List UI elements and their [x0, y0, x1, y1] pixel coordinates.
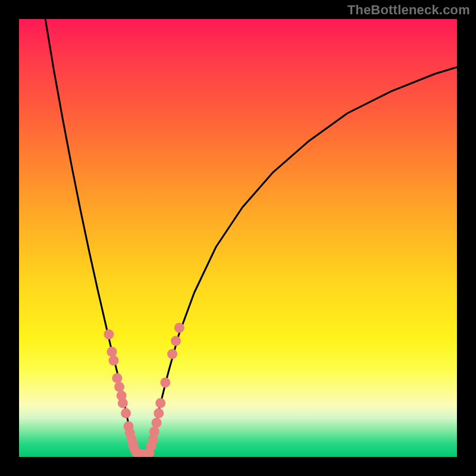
- curve-right-branch: [149, 67, 457, 455]
- data-point: [118, 398, 128, 408]
- data-point: [108, 356, 118, 366]
- data-point: [171, 336, 181, 346]
- data-point: [107, 347, 117, 357]
- data-point: [154, 408, 164, 418]
- bottleneck-curve: [45, 19, 457, 455]
- data-points: [104, 322, 184, 457]
- watermark-text: TheBottleneck.com: [347, 2, 470, 18]
- data-point: [114, 382, 124, 392]
- data-point: [167, 349, 177, 359]
- chart-svg: [19, 19, 457, 457]
- data-point: [149, 427, 159, 437]
- chart-frame: TheBottleneck.com: [0, 0, 476, 476]
- chart-plot-area: [19, 19, 457, 457]
- data-point: [152, 418, 162, 428]
- data-point: [121, 408, 131, 418]
- data-point: [112, 373, 122, 383]
- data-point: [160, 377, 170, 387]
- data-point: [104, 329, 114, 339]
- data-point: [155, 398, 165, 408]
- data-point: [174, 322, 184, 333]
